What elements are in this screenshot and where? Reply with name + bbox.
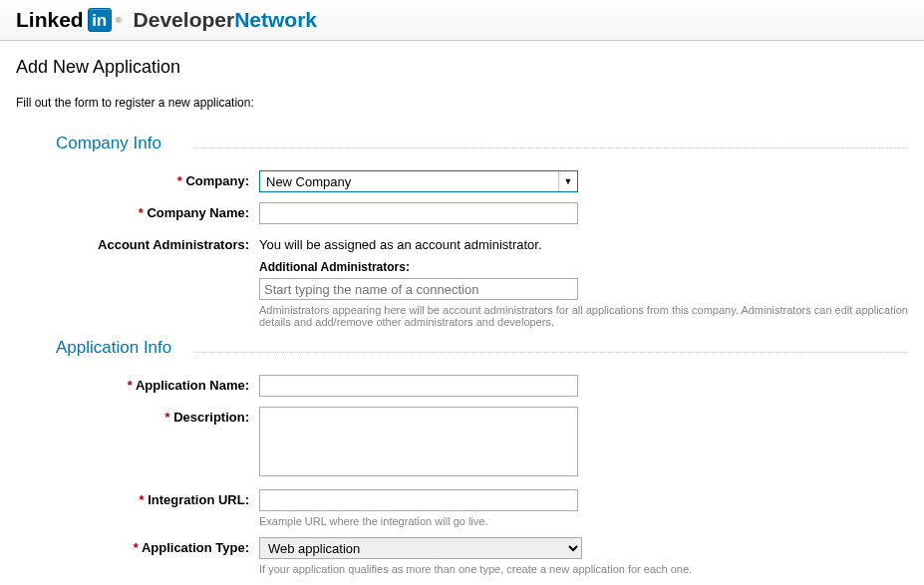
integration-url-input[interactable] [259,489,578,511]
logo-area: Linked in ® DeveloperNetwork [16,8,908,32]
app-name-row: * Application Name: [16,375,908,397]
required-marker: * [177,173,182,188]
page-header: Linked in ® DeveloperNetwork [0,0,924,41]
section-divider [195,147,908,148]
company-select[interactable]: New Company ▼ [259,170,578,192]
intro-text: Fill out the form to register a new appl… [16,96,908,110]
description-row: * Description: [16,407,908,479]
additional-admins-input[interactable] [259,278,578,300]
required-marker: * [134,540,139,555]
integration-url-note: Example URL where the integration will g… [259,515,908,527]
app-type-label-text: Application Type: [142,540,249,555]
company-info-section: Company Info * Company: New Company ▼ * … [16,134,908,328]
account-admins-label-text: Account Administrators: [98,237,249,252]
app-type-note: If your application qualifies as more th… [259,563,908,575]
application-info-section: Application Info * Application Name: * D… [16,338,908,585]
page-title: Add New Application [16,57,908,78]
required-marker: * [139,205,144,220]
integration-url-label-text: Integration URL: [148,492,249,507]
company-info-heading: Company Info [16,134,908,153]
additional-admins-label: Additional Administrators: [259,260,908,274]
registered-mark: ® [116,16,122,25]
description-label-text: Description: [173,410,249,425]
logo-linked-text: Linked [16,8,84,32]
company-name-label: * Company Name: [16,202,259,220]
company-name-label-text: Company Name: [147,205,249,220]
account-admins-label: Account Administrators: [16,234,259,252]
company-select-value: New Company [260,172,559,191]
app-type-select[interactable]: Web application [259,537,582,559]
company-row: * Company: New Company ▼ [16,170,908,192]
company-name-input[interactable] [259,202,578,224]
app-type-label: * Application Type: [16,537,259,555]
company-label: * Company: [16,170,259,188]
description-textarea[interactable] [259,407,578,476]
admins-note: Administrators appearing here will be ac… [259,304,908,328]
app-name-input[interactable] [259,375,578,397]
content-area: Add New Application Fill out the form to… [0,41,924,585]
brand-developer-text: Developer [134,8,235,31]
app-name-label-text: Application Name: [136,378,249,393]
application-info-heading: Application Info [16,338,908,358]
chevron-down-icon: ▼ [559,176,577,186]
brand-title: DeveloperNetwork [134,8,317,32]
required-marker: * [164,410,169,425]
integration-url-row: * Integration URL: Example URL where the… [16,489,908,527]
logo-in-icon: in [88,8,112,32]
company-label-text: Company: [185,173,249,188]
company-name-row: * Company Name: [16,202,908,224]
app-type-row: * Application Type: Web application If y… [16,537,908,575]
required-marker: * [128,378,133,393]
required-marker: * [139,492,144,507]
brand-network-text: Network [234,8,317,31]
account-admins-row: Account Administrators: You will be assi… [16,234,908,328]
integration-url-label: * Integration URL: [16,489,259,507]
account-admins-text: You will be assigned as an account admin… [259,234,908,252]
app-name-label: * Application Name: [16,375,259,393]
description-label: * Description: [16,407,259,425]
section-divider [195,352,908,353]
